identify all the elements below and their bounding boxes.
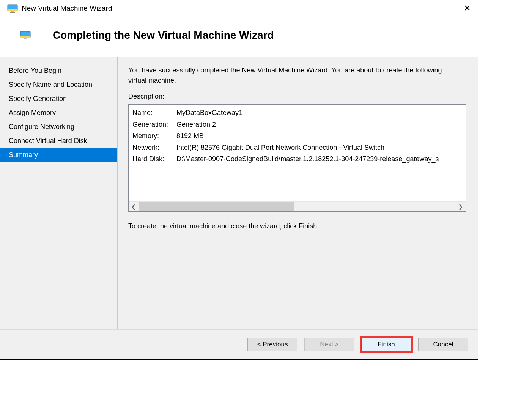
closing-instruction: To create the virtual machine and close … [128,222,469,230]
description-box: Name: MyDataBoxGateway1 Generation: Gene… [128,104,466,212]
description-value: D:\Master-0907-CodeSignedBuild\master.1.… [176,153,439,165]
window-title: New Virtual Machine Wizard [22,4,112,13]
title-bar-left: New Virtual Machine Wizard [7,4,112,13]
scrollbar-track[interactable] [139,202,456,211]
main-panel: You have successfully completed the New … [118,57,478,329]
close-icon[interactable]: ✕ [461,3,474,14]
description-label: Description: [128,93,469,101]
sidebar-item-label: Connect Virtual Hard Disk [9,137,87,145]
sidebar-item-configure-networking[interactable]: Configure Networking [0,120,117,134]
header-monitor-icon [20,31,31,39]
sidebar-item-label: Specify Name and Location [9,81,92,88]
description-value: Generation 2 [176,119,216,131]
previous-button[interactable]: < Previous [247,338,297,351]
description-key: Memory: [132,130,176,142]
svg-rect-7 [23,39,28,39]
cancel-button[interactable]: Cancel [418,338,468,351]
svg-rect-1 [8,9,17,11]
title-bar: New Virtual Machine Wizard ✕ [0,0,478,18]
svg-rect-2 [11,11,14,12]
description-key: Generation: [132,119,176,131]
sidebar-item-specify-generation[interactable]: Specify Generation [0,92,117,106]
description-value: Intel(R) 82576 Gigabit Dual Port Network… [176,142,384,154]
sidebar-item-label: Before You Begin [9,67,61,74]
intro-text: You have successfully completed the New … [128,65,443,86]
svg-rect-5 [20,36,30,38]
description-key: Name: [132,107,176,119]
next-button[interactable]: Next > [304,338,354,351]
description-horizontal-scrollbar[interactable]: ❮ ❯ [129,201,466,211]
sidebar-item-before-you-begin[interactable]: Before You Begin [0,64,117,78]
wizard-window: New Virtual Machine Wizard ✕ Completing … [0,0,478,360]
svg-rect-3 [10,12,15,13]
sidebar-item-specify-name[interactable]: Specify Name and Location [0,78,117,92]
wizard-steps-sidebar: Before You Begin Specify Name and Locati… [0,57,118,329]
sidebar-item-assign-memory[interactable]: Assign Memory [0,106,117,120]
sidebar-item-label: Summary [9,151,38,159]
svg-rect-6 [24,38,27,39]
description-row-network: Network: Intel(R) 82576 Gigabit Dual Por… [132,142,462,154]
sidebar-item-label: Specify Generation [9,95,67,102]
description-row-generation: Generation: Generation 2 [132,119,462,131]
sidebar-item-connect-vhd[interactable]: Connect Virtual Hard Disk [0,134,117,148]
app-monitor-icon [7,4,18,13]
description-row-hard-disk: Hard Disk: D:\Master-0907-CodeSignedBuil… [132,153,462,165]
description-row-name: Name: MyDataBoxGateway1 [132,107,462,119]
wizard-footer: < Previous Next > Finish Cancel [0,330,478,359]
sidebar-item-label: Configure Networking [9,123,74,131]
sidebar-item-summary[interactable]: Summary [0,148,117,162]
scroll-right-icon[interactable]: ❯ [456,202,466,212]
scrollbar-thumb[interactable] [139,202,294,211]
finish-button[interactable]: Finish [361,338,411,351]
scroll-left-icon[interactable]: ❮ [129,202,139,212]
description-value: 8192 MB [176,130,204,142]
wizard-header: Completing the New Virtual Machine Wizar… [0,18,478,57]
content-area: Before You Begin Specify Name and Locati… [0,57,478,330]
description-key: Hard Disk: [132,153,176,165]
description-row-memory: Memory: 8192 MB [132,130,462,142]
sidebar-item-label: Assign Memory [9,109,56,116]
description-content: Name: MyDataBoxGateway1 Generation: Gene… [129,105,466,201]
page-title: Completing the New Virtual Machine Wizar… [53,29,274,41]
description-key: Network: [132,142,176,154]
description-value: MyDataBoxGateway1 [176,107,242,119]
